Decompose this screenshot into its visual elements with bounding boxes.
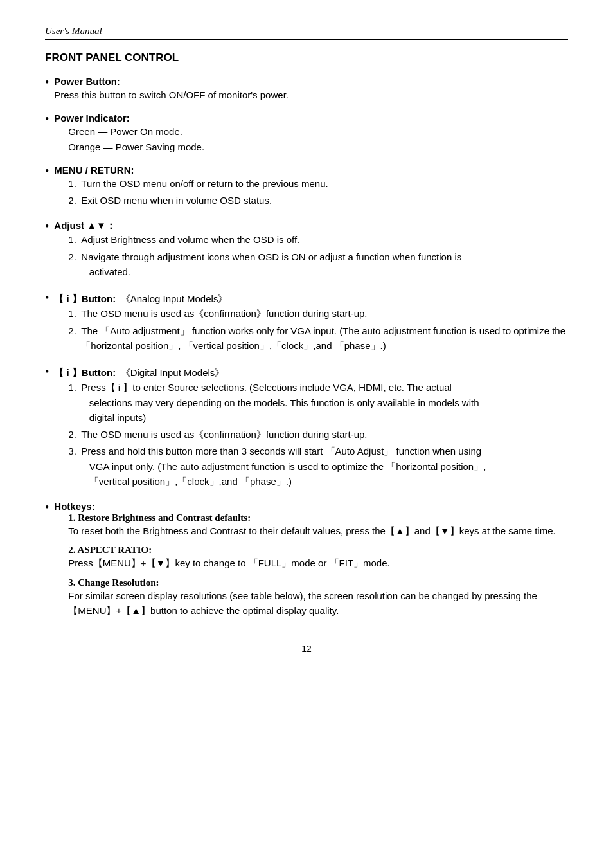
section-hotkeys: • Hotkeys: 1. Restore Brightness and Con…	[45, 501, 568, 624]
bullet-icon: •	[45, 76, 49, 90]
menu-return-label: MENU / RETURN:	[54, 165, 134, 176]
page-title: FRONT PANEL CONTROL	[45, 51, 568, 64]
section-i-button-digital: • 【 i 】Button: 《Digital Input Models》 1.…	[45, 365, 568, 491]
hotkey-2-desc: Press【MENU】+【▼】key to change to 「FULL」mo…	[68, 556, 568, 570]
adjust-label: Adjust ▲▼：	[54, 220, 116, 231]
bullet-icon: •	[45, 365, 49, 379]
menu-return-item-1: 1. Turn the OSD menu on/off or return to…	[68, 176, 328, 191]
section-menu-return: • MENU / RETURN: 1. Turn the OSD menu on…	[45, 165, 568, 210]
i-button-digital-item-2: 2. The OSD menu is used as《confirmation》…	[68, 427, 486, 442]
section-power-indicator: • Power Indicator: Green — Power On mode…	[45, 113, 568, 154]
power-indicator-lines: Green — Power On mode. Orange — Power Sa…	[68, 124, 204, 154]
hotkey-1-title: 1. Restore Brightness and Contrast defau…	[68, 512, 568, 523]
section-power-button: • Power Button: Press this button to swi…	[45, 76, 568, 102]
hotkey-2-title: 2. ASPECT RATIO:	[68, 545, 568, 556]
section-i-button-analog: • 【 i 】Button: 《Analog Input Models》 1. …	[45, 291, 568, 355]
hotkey-1: 1. Restore Brightness and Contrast defau…	[68, 512, 568, 538]
hotkey-3-desc: For similar screen display resolutions (…	[68, 588, 568, 619]
i-button-digital-item-1: 1. Press【 i 】to enter Source selections.…	[68, 380, 486, 425]
bullet-icon: •	[45, 113, 49, 127]
hotkeys-label: Hotkeys:	[54, 501, 94, 512]
i-button-analog-suffix: 《Analog Input Models》	[121, 293, 228, 304]
i-button-analog-label: 【 i 】Button:	[54, 293, 116, 304]
menu-return-item-2: 2. Exit OSD menu when in volume OSD stat…	[68, 193, 328, 208]
hotkey-3-title: 3. Change Resolution:	[68, 577, 568, 588]
hotkey-1-desc: To reset both the Brightness and Contras…	[68, 523, 568, 538]
power-indicator-label: Power Indicator:	[54, 113, 130, 123]
i-button-analog-list: 1. The OSD menu is used as《confirmation》…	[68, 306, 568, 353]
adjust-item-1: 1. Adjust Brightness and volume when the…	[68, 232, 461, 247]
power-button-desc: Press this button to switch ON/OFF of mo…	[54, 89, 289, 100]
adjust-list: 1. Adjust Brightness and volume when the…	[68, 232, 461, 279]
hotkey-3: 3. Change Resolution: For similar screen…	[68, 577, 568, 619]
hotkeys-list: 1. Restore Brightness and Contrast defau…	[68, 512, 568, 618]
power-button-label: Power Button:	[54, 76, 120, 87]
i-button-analog-item-2: 2. The 「Auto adjustment」 function works …	[68, 323, 568, 354]
bullet-icon: •	[45, 501, 49, 515]
i-button-analog-item-1: 1. The OSD menu is used as《confirmation》…	[68, 306, 568, 321]
bullet-icon: •	[45, 291, 49, 305]
i-button-digital-suffix: 《Digital Input Models》	[121, 367, 225, 378]
i-button-digital-list: 1. Press【 i 】to enter Source selections.…	[68, 380, 486, 489]
header: User's Manual	[45, 26, 568, 40]
bullet-icon: •	[45, 165, 49, 179]
menu-return-list: 1. Turn the OSD menu on/off or return to…	[68, 176, 328, 208]
power-indicator-line-2: Orange — Power Saving mode.	[68, 140, 204, 154]
header-title: User's Manual	[45, 26, 102, 36]
i-button-digital-label: 【 i 】Button:	[54, 367, 116, 378]
power-indicator-line-1: Green — Power On mode.	[68, 124, 204, 139]
hotkey-2: 2. ASPECT RATIO: Press【MENU】+【▼】key to c…	[68, 545, 568, 570]
i-button-digital-item-3: 3. Press and hold this button more than …	[68, 444, 486, 489]
bullet-icon: •	[45, 220, 49, 234]
adjust-item-2: 2. Navigate through adjustment icons whe…	[68, 249, 461, 280]
page-number: 12	[45, 644, 568, 654]
section-adjust: • Adjust ▲▼： 1. Adjust Brightness and vo…	[45, 220, 568, 281]
